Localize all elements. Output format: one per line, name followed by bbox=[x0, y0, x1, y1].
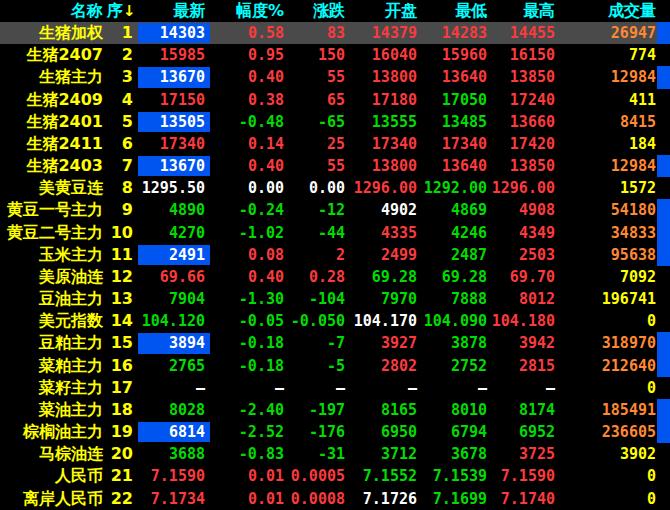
vol-cell: 0 bbox=[556, 377, 657, 399]
name-cell: 豆油主力 bbox=[0, 288, 107, 310]
vol-value: 0 bbox=[647, 467, 656, 485]
latest-cell: 17340 bbox=[135, 133, 212, 155]
seq-cell: 2 bbox=[107, 44, 135, 66]
open-cell: 13800 bbox=[346, 66, 418, 88]
pct-value: -0.24 bbox=[239, 201, 284, 219]
seq-cell: 6 bbox=[107, 133, 135, 155]
quote-row[interactable]: 生猪24037136700.405513800136401385012984 bbox=[0, 155, 670, 177]
name-cell: 黄豆二号主力 bbox=[0, 222, 107, 244]
quote-row[interactable]: 人民币217.15900.010.00057.15527.15397.15900 bbox=[0, 465, 670, 487]
col-header-high[interactable]: 最高 bbox=[488, 0, 556, 22]
col-header-low[interactable]: 最低 bbox=[418, 0, 488, 22]
low-value: 15960 bbox=[442, 46, 487, 64]
quote-row[interactable]: 生猪2401513505-0.48-651355513485136608415 bbox=[0, 111, 670, 133]
row-edge-spacer bbox=[657, 89, 670, 111]
col-header-name[interactable]: 名称 bbox=[0, 0, 107, 22]
col-header-chg[interactable]: 涨跌 bbox=[286, 0, 346, 22]
open-cell: 6950 bbox=[346, 421, 418, 443]
latest-value: 14303 bbox=[160, 24, 205, 42]
high-cell: 14455 bbox=[488, 22, 556, 44]
chg-cell: 65 bbox=[286, 89, 346, 111]
quote-row[interactable]: 生猪24072159850.95150160401596016150774 bbox=[0, 44, 670, 66]
high-cell: 2815 bbox=[488, 355, 556, 377]
name-cell: 棕榈油主力 bbox=[0, 421, 107, 443]
open-cell: 13800 bbox=[346, 155, 418, 177]
chg-value: 0.00 bbox=[309, 179, 345, 197]
quote-row[interactable]: 棕榈油主力196814-2.52-176695067946952236605 bbox=[0, 421, 670, 443]
quote-row[interactable]: 生猪24094171500.3865171801705017240411 bbox=[0, 89, 670, 111]
pct-cell: 0.40 bbox=[212, 155, 286, 177]
name-cell: 菜粕主力 bbox=[0, 355, 107, 377]
pct-value: -0.48 bbox=[239, 113, 284, 131]
quote-row[interactable]: 菜籽主力17——————0 bbox=[0, 377, 670, 399]
high-cell: 1296.00 bbox=[488, 177, 556, 199]
latest-cell: 104.120 bbox=[135, 310, 212, 332]
col-header-pct[interactable]: 幅度% bbox=[212, 0, 286, 22]
chg-value: 150 bbox=[318, 46, 345, 64]
quote-row[interactable]: 豆粕主力153894-0.18-7392738783942318970 bbox=[0, 332, 670, 354]
name-cell: 豆粕主力 bbox=[0, 332, 107, 354]
col-header-latest[interactable]: 最新 bbox=[135, 0, 212, 22]
vol-cell: 0 bbox=[556, 465, 657, 487]
quote-row[interactable]: 黄豆二号主力104270-1.02-4443354246434934833 bbox=[0, 222, 670, 244]
quote-row[interactable]: 美元指数14104.120-0.05-0.050104.170104.09010… bbox=[0, 310, 670, 332]
vol-value: 3902 bbox=[620, 445, 656, 463]
vol-cell: 3902 bbox=[556, 443, 657, 465]
seq-value: 21 bbox=[111, 466, 133, 485]
latest-cell: 17150 bbox=[135, 89, 212, 111]
open-value: 16040 bbox=[372, 46, 417, 64]
low-cell: 104.090 bbox=[418, 310, 488, 332]
pct-value: 0.40 bbox=[248, 68, 284, 86]
name-value: 豆油主力 bbox=[39, 289, 103, 308]
latest-value: 7.1590 bbox=[151, 467, 205, 485]
low-cell: 15960 bbox=[418, 44, 488, 66]
quote-row[interactable]: 美黄豆连81295.500.000.001296.001292.001296.0… bbox=[0, 177, 670, 199]
chg-cell: -104 bbox=[286, 288, 346, 310]
name-cell: 生猪主力 bbox=[0, 66, 107, 88]
col-header-vol[interactable]: 成交量 bbox=[556, 0, 657, 22]
high-cell: 3725 bbox=[488, 443, 556, 465]
row-edge-spacer bbox=[657, 177, 670, 199]
latest-value: 17340 bbox=[160, 135, 205, 153]
seq-cell: 10 bbox=[107, 222, 135, 244]
chg-cell: -0.050 bbox=[286, 310, 346, 332]
quote-row[interactable]: 生猪24116173400.1425173401734017420184 bbox=[0, 133, 670, 155]
quote-row[interactable]: 美原油连1269.660.400.2869.2869.2869.707092 bbox=[0, 266, 670, 288]
chg-cell: 83 bbox=[286, 22, 346, 44]
high-value: 69.70 bbox=[510, 268, 555, 286]
chg-cell: 55 bbox=[286, 66, 346, 88]
quote-row[interactable]: 菜油主力188028-2.40-197816580108174185491 bbox=[0, 399, 670, 421]
quote-row[interactable]: 黄豆一号主力94890-0.24-1249024869490854180 bbox=[0, 199, 670, 221]
quote-row[interactable]: 豆油主力137904-1.30-104797078888012196741 bbox=[0, 288, 670, 310]
open-cell: 104.170 bbox=[346, 310, 418, 332]
row-edge-spacer bbox=[657, 133, 670, 155]
high-value: 13850 bbox=[510, 68, 555, 86]
high-cell: 2503 bbox=[488, 244, 556, 266]
latest-cell: 14303 bbox=[135, 22, 212, 44]
quote-row[interactable]: 离岸人民币227.17340.010.00087.17267.16997.174… bbox=[0, 488, 670, 510]
quote-row[interactable]: 菜粕主力162765-0.18-5280227522815212640 bbox=[0, 355, 670, 377]
low-value: 2752 bbox=[451, 357, 487, 375]
vol-cell: 411 bbox=[556, 89, 657, 111]
high-value: 13660 bbox=[510, 113, 555, 131]
high-cell: 7.1740 bbox=[488, 488, 556, 510]
seq-cell: 7 bbox=[107, 155, 135, 177]
low-value: 8010 bbox=[451, 401, 487, 419]
chg-value: -65 bbox=[318, 113, 345, 131]
pct-value: 0.01 bbox=[248, 490, 284, 508]
col-header-label: 名称 bbox=[71, 1, 103, 20]
latest-value: 17150 bbox=[160, 91, 205, 109]
quote-row[interactable]: 玉米主力1124910.08224992487250395638 bbox=[0, 244, 670, 266]
quote-row[interactable]: 生猪主力3136700.405513800136401385012984 bbox=[0, 66, 670, 88]
chg-cell: -65 bbox=[286, 111, 346, 133]
low-value: 104.090 bbox=[424, 312, 487, 330]
pct-value: -0.18 bbox=[239, 357, 284, 375]
vol-cell: 95638 bbox=[556, 244, 657, 266]
open-cell: 7.1552 bbox=[346, 465, 418, 487]
quote-row[interactable]: 马棕油连203688-0.83-313712367837253902 bbox=[0, 443, 670, 465]
col-header-seq[interactable]: 序↓ bbox=[107, 0, 135, 22]
seq-cell: 8 bbox=[107, 177, 135, 199]
open-cell: 7970 bbox=[346, 288, 418, 310]
col-header-open[interactable]: 开盘 bbox=[346, 0, 418, 22]
quote-row[interactable]: 生猪加权1143030.588314379142831445526947 bbox=[0, 22, 670, 44]
